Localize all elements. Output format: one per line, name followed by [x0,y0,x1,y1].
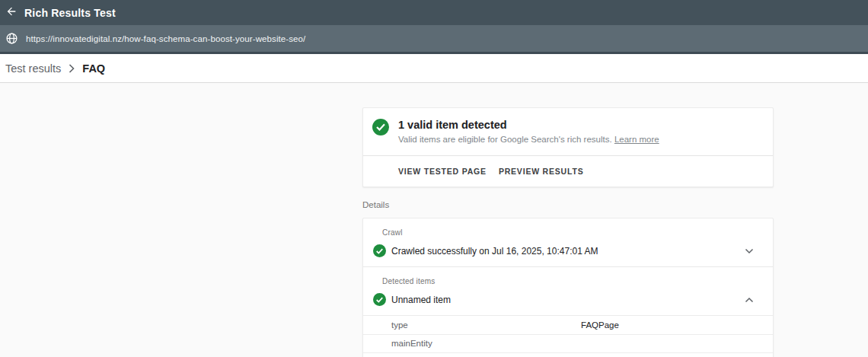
summary-message: 1 valid item detected Valid items are el… [363,108,773,155]
chevron-right-icon [69,64,75,73]
learn-more-link[interactable]: Learn more [614,135,659,144]
chevron-up-icon[interactable] [745,297,754,303]
globe-icon [0,32,23,45]
chevron-down-icon[interactable] [745,248,754,254]
crawl-success-check-icon [373,244,386,257]
success-check-icon [372,119,389,135]
breadcrumb-faq: FAQ [82,62,105,75]
app-header: Rich Results Test [0,0,868,25]
property-row: type Question [363,352,773,357]
detected-item-row[interactable]: Unnamed item [363,287,773,315]
details-card: Crawl Crawled successfully on Jul 16, 20… [362,218,774,357]
back-button[interactable] [0,0,23,25]
summary-actions: VIEW TESTED PAGE PREVIEW RESULTS [363,155,773,186]
app-title: Rich Results Test [24,7,116,19]
preview-results-button[interactable]: PREVIEW RESULTS [499,167,584,176]
detected-item-name: Unnamed item [391,295,451,305]
property-value: FAQPage [581,320,619,330]
summary-subtitle-text: Valid items are eligible for Google Sear… [398,135,612,144]
summary-subtitle: Valid items are eligible for Google Sear… [398,135,659,144]
view-tested-page-button[interactable]: VIEW TESTED PAGE [398,167,487,176]
property-key: type [363,320,581,330]
crawl-section-label: Crawl [363,218,773,238]
tested-url[interactable]: https://innovatedigital.nz/how-faq-schem… [26,34,305,43]
url-bar[interactable]: https://innovatedigital.nz/how-faq-schem… [0,25,868,52]
results-content: 1 valid item detected Valid items are el… [362,107,774,357]
summary-title: 1 valid item detected [398,119,659,131]
detected-items-section-label: Detected items [363,267,773,287]
breadcrumb-test-results[interactable]: Test results [5,62,61,75]
back-arrow-icon [5,5,18,21]
property-key: mainEntity [363,339,581,348]
property-row: type FAQPage [363,315,773,334]
summary-card: 1 valid item detected Valid items are el… [362,107,774,187]
details-label: Details [362,200,774,209]
crawl-status-row[interactable]: Crawled successfully on Jul 16, 2025, 10… [363,238,773,266]
crawl-status-text: Crawled successfully on Jul 16, 2025, 10… [391,246,598,257]
item-success-check-icon [373,293,386,306]
property-row: mainEntity [363,334,773,353]
breadcrumb: Test results FAQ [0,54,868,83]
